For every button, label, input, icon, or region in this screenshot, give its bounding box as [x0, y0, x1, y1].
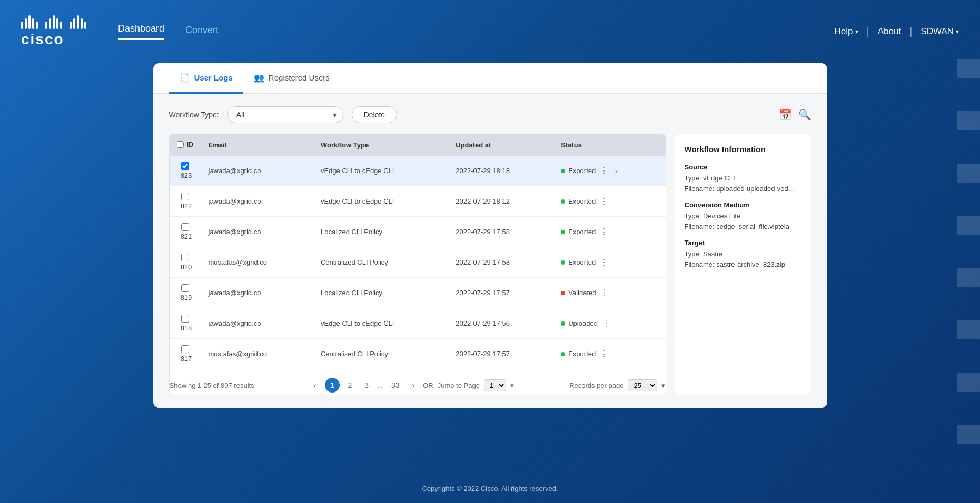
status-badge-820: Exported [561, 258, 596, 266]
next-page-button[interactable]: › [408, 379, 419, 391]
separator-1: | [867, 26, 869, 38]
table-row: 822 jawada@xgrid.co vEdge CLI to cEdge C… [170, 186, 666, 217]
table-row: 823 jawada@xgrid.co vEdge CLI to cEdge C… [170, 156, 666, 186]
row-updated-822: 2022-07-29 18:12 [448, 186, 553, 217]
nav-convert[interactable]: Convert [185, 25, 219, 40]
row-workflow-820: Centralized CLI Policy [313, 247, 448, 278]
row-status-cell-823: Exported ⋮ › [553, 156, 665, 186]
row-menu-button-820[interactable]: ⋮ [598, 256, 610, 268]
about-link[interactable]: About [878, 26, 901, 37]
row-id-821: 821 [181, 233, 192, 240]
table-header-row: ID Email Workflow Type Updated at Status [170, 134, 666, 156]
row-checkbox-cell: 821 [170, 217, 201, 247]
row-checkbox-822[interactable] [181, 193, 189, 200]
row-checkbox-cell: 819 [170, 278, 201, 308]
row-updated-818: 2022-07-29 17:56 [448, 308, 553, 339]
delete-button[interactable]: Delete [352, 106, 397, 123]
col-workflow-type-header: Workflow Type [313, 134, 448, 156]
status-text-818: Uploaded [568, 319, 598, 327]
info-target-section: Target Type: Sastre Filename: sastre-arc… [685, 239, 801, 269]
row-updated-821: 2022-07-29 17:58 [448, 217, 553, 247]
row-menu-button-817[interactable]: ⋮ [598, 348, 610, 360]
calendar-icon-button[interactable]: 📅 [779, 108, 792, 121]
row-menu-button-819[interactable]: ⋮ [598, 287, 611, 299]
last-page-button[interactable]: 33 [387, 379, 404, 391]
row-email-817: mustafas@xgrid.co [201, 339, 313, 369]
info-conversion-type: Type: Devices File [685, 211, 801, 222]
row-checkbox-817[interactable] [181, 345, 189, 353]
row-checkbox-819[interactable] [181, 284, 189, 292]
header: cisco Dashboard Convert Help ▾ | About |… [0, 0, 980, 63]
row-id-822: 822 [181, 202, 192, 210]
row-updated-820: 2022-07-29 17:58 [448, 247, 553, 278]
row-checkbox-820[interactable] [181, 254, 189, 261]
row-id-817: 817 [181, 355, 192, 363]
search-icon-button[interactable]: 🔍 [798, 108, 811, 121]
status-dot-817 [561, 352, 565, 356]
row-menu-button-821[interactable]: ⋮ [598, 226, 610, 238]
row-checkbox-818[interactable] [181, 315, 189, 323]
info-conversion-filename: Filename: cedge_serial_file.viptela [685, 222, 801, 232]
row-checkbox-cell: 818 [170, 308, 201, 339]
logo-area: cisco [21, 15, 86, 48]
records-chevron-icon: ▾ [661, 381, 665, 389]
toolbar-right-actions: 📅 🔍 [779, 108, 811, 121]
workflow-type-select[interactable]: All vEdge CLI to cEdge CLI Localized CLI… [227, 106, 343, 123]
row-status-actions-819: Validated ⋮ [561, 287, 658, 299]
select-all-checkbox[interactable] [177, 141, 184, 148]
row-checkbox-cell: 817 [170, 339, 201, 369]
table-row: 821 jawada@xgrid.co Localized CLI Policy… [170, 217, 666, 247]
data-table: ID Email Workflow Type Updated at Status… [170, 134, 666, 369]
row-email-819: jawada@xgrid.co [201, 278, 313, 308]
nav-dashboard[interactable]: Dashboard [118, 23, 164, 40]
row-status-actions-821: Exported ⋮ [561, 226, 658, 238]
row-checkbox-cell: 820 [170, 247, 201, 278]
row-checkbox-823[interactable] [181, 162, 189, 170]
page-3-button[interactable]: 3 [360, 379, 373, 391]
col-checkbox: ID [170, 134, 201, 156]
tab-user-logs[interactable]: 📄 User Logs [169, 63, 243, 94]
main-card: 📄 User Logs 👥 Registered Users Workflow … [153, 63, 827, 408]
row-workflow-819: Localized CLI Policy [313, 278, 448, 308]
workflow-info-panel: Workflow Information Source Type: vEdge … [675, 134, 811, 395]
row-checkbox-cell: 823 [170, 156, 201, 186]
status-text-823: Exported [568, 167, 596, 175]
pagination-bar: Showing 1-25 of 807 results ‹ 1 2 3 ... … [170, 369, 666, 395]
row-workflow-817: Centralized CLI Policy [313, 339, 448, 369]
page-1-button[interactable]: 1 [325, 378, 340, 393]
footer: Copyrights © 2022 Cisco. All rights rese… [422, 485, 558, 492]
info-target-filename: Filename: sastre-archive_823.zip [685, 259, 801, 270]
data-table-wrapper: ID Email Workflow Type Updated at Status… [169, 134, 666, 395]
registered-users-tab-label: Registered Users [269, 73, 330, 82]
records-per-page-select[interactable]: 25 50 100 [628, 379, 657, 391]
prev-page-button[interactable]: ‹ [310, 379, 321, 391]
info-panel-title: Workflow Information [685, 145, 801, 154]
status-text-821: Exported [568, 228, 596, 236]
row-checkbox-821[interactable] [181, 223, 189, 231]
row-menu-button-823[interactable]: ⋮ [598, 165, 610, 177]
jump-to-page-select[interactable]: 1 [484, 379, 506, 391]
row-status-actions-823: Exported ⋮ › [561, 165, 658, 177]
page-2-button[interactable]: 2 [344, 379, 357, 391]
main-nav: Dashboard Convert [118, 23, 219, 40]
row-updated-819: 2022-07-29 17:57 [448, 278, 553, 308]
status-text-819: Validated [568, 289, 596, 297]
info-source-section: Source Type: vEdge CLI Filename: uploade… [685, 163, 801, 194]
col-updated-at-header: Updated at [448, 134, 553, 156]
col-id-header: ID [187, 140, 194, 148]
status-text-820: Exported [568, 258, 596, 266]
info-source-type: Type: vEdge CLI [685, 173, 801, 184]
status-badge-821: Exported [561, 228, 596, 236]
row-expand-button-823[interactable]: › [612, 166, 619, 176]
status-text-817: Exported [568, 350, 596, 358]
row-status-cell-817: Exported ⋮ [553, 339, 665, 369]
row-menu-button-822[interactable]: ⋮ [598, 195, 610, 207]
row-status-actions-820: Exported ⋮ [561, 256, 658, 268]
status-text-822: Exported [568, 197, 596, 205]
help-menu[interactable]: Help ▾ [835, 26, 858, 37]
row-status-actions-818: Uploaded ⋮ [561, 317, 658, 329]
toolbar: Workflow Type: All vEdge CLI to cEdge CL… [169, 106, 811, 123]
row-menu-button-818[interactable]: ⋮ [600, 317, 612, 329]
tab-registered-users[interactable]: 👥 Registered Users [243, 63, 340, 94]
jump-chevron-icon: ▾ [510, 381, 514, 389]
